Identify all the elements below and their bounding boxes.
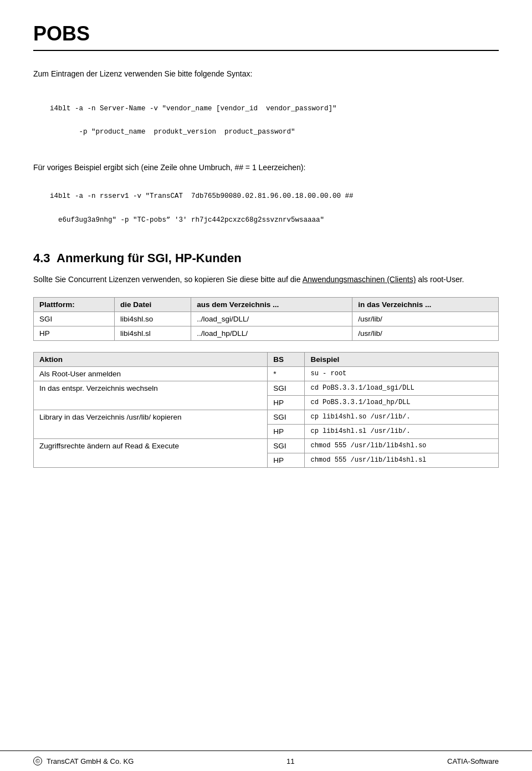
to-dir-sgi: /usr/lib/ [352, 312, 499, 326]
section-number: 4.3 [33, 251, 50, 265]
note-text: Für voriges Beispiel ergibt sich (eine Z… [33, 161, 499, 173]
code-line-2: -p "product_name produkt_version product… [50, 128, 295, 136]
intro-text: Zum Eintragen der Lizenz verwenden Sie b… [33, 68, 499, 80]
platform-table-header-1: Plattform: [34, 297, 115, 312]
file-sgi: libi4shl.so [115, 312, 191, 326]
file-hp: libi4shl.sl [115, 326, 191, 340]
code-block-syntax: i4blt -a -n Server-Name -v "vendor_name … [33, 91, 499, 150]
action-table-header-3: Beispiel [305, 352, 499, 366]
code-example-line-1: i4blt -a -n rsserv1 -v "TransCAT 7db765b… [50, 192, 354, 200]
platform-hp: HP [34, 326, 115, 340]
platform-table-header-2: die Datei [115, 297, 191, 312]
code-line-1: i4blt -a -n Server-Name -v "vendor_name … [50, 105, 337, 113]
platform-table-header-4: in das Verzeichnis ... [352, 297, 499, 312]
example-copy-lib-hp: cp libi4shl.sl /usr/lib/. [305, 424, 499, 438]
footer-company: TransCAT GmbH & Co. KG [47, 757, 134, 765]
action-chmod: Zugriffsrechte ändern auf Read & Execute [34, 438, 268, 467]
action-table: Aktion BS Beispiel Als Root-User anmelde… [33, 352, 499, 468]
bs-change-dir-sgi: SGI [268, 381, 305, 395]
code-example-block: i4blt -a -n rsserv1 -v "TransCAT 7db765b… [33, 179, 499, 238]
from-dir-sgi: ../load_sgi/DLL/ [191, 312, 352, 326]
bs-chmod-hp: HP [268, 453, 305, 467]
section-title-text: Anmerkung für SGI, HP-Kunden [57, 251, 242, 265]
footer-left: © TransCAT GmbH & Co. KG [33, 757, 134, 765]
section-intro-text: Sollte Sie Concurrent Lizenzen verwenden… [33, 275, 464, 284]
copyright-symbol: © [33, 757, 42, 765]
table-row: SGI libi4shl.so ../load_sgi/DLL/ /usr/li… [34, 312, 499, 326]
bs-copy-lib-sgi: SGI [268, 410, 305, 424]
table-row: HP libi4shl.sl ../load_hp/DLL/ /usr/lib/ [34, 326, 499, 340]
page-title: POBS [33, 22, 499, 51]
action-table-header-2: BS [268, 352, 305, 366]
table-row: Zugriffsrechte ändern auf Read & Execute… [34, 438, 499, 453]
bs-copy-lib-hp: HP [268, 424, 305, 438]
bs-chmod-sgi: SGI [268, 438, 305, 453]
platform-table: Plattform: die Datei aus dem Verzeichnis… [33, 297, 499, 341]
section-intro: Sollte Sie Concurrent Lizenzen verwenden… [33, 273, 499, 285]
table-row: Library in das Verzeichnis /usr/lib/ kop… [34, 410, 499, 424]
example-change-dir-hp: cd PoBS.3.3.1/load_hp/DLL [305, 395, 499, 410]
table-row: In das entspr. Verzeichnis wechseln SGI … [34, 381, 499, 395]
page-footer: © TransCAT GmbH & Co. KG 11 CATIA-Softwa… [0, 750, 532, 771]
footer-page-number: 11 [287, 757, 294, 765]
action-copy-lib: Library in das Verzeichnis /usr/lib/ kop… [34, 410, 268, 438]
code-example-line-2: e6uf3ug3a9nhg" -p "TC-pobs” '3' rh7jc442… [50, 216, 324, 224]
platform-sgi: SGI [34, 312, 115, 326]
page-container: POBS Zum Eintragen der Lizenz verwenden … [0, 0, 532, 771]
footer-product: CATIA-Software [447, 757, 499, 765]
platform-table-header-3: aus dem Verzeichnis ... [191, 297, 352, 312]
bs-change-dir-hp: HP [268, 395, 305, 410]
to-dir-hp: /usr/lib/ [352, 326, 499, 340]
example-change-dir-sgi: cd PoBS.3.3.1/load_sgi/DLL [305, 381, 499, 395]
action-change-dir: In das entspr. Verzeichnis wechseln [34, 381, 268, 410]
example-copy-lib-sgi: cp libi4shl.so /usr/lib/. [305, 410, 499, 424]
example-root-login: su - root [305, 366, 499, 381]
from-dir-hp: ../load_hp/DLL/ [191, 326, 352, 340]
section-heading: 4.3 Anmerkung für SGI, HP-Kunden [33, 251, 499, 265]
example-chmod-hp: chmod 555 /usr/lib/lib4shl.sl [305, 453, 499, 467]
table-row: Als Root-User anmelden * su - root [34, 366, 499, 381]
bs-root-login: * [268, 366, 305, 381]
example-chmod-sgi: chmod 555 /usr/lib/lib4shl.so [305, 438, 499, 453]
action-root-login: Als Root-User anmelden [34, 366, 268, 381]
action-table-header-1: Aktion [34, 352, 268, 366]
